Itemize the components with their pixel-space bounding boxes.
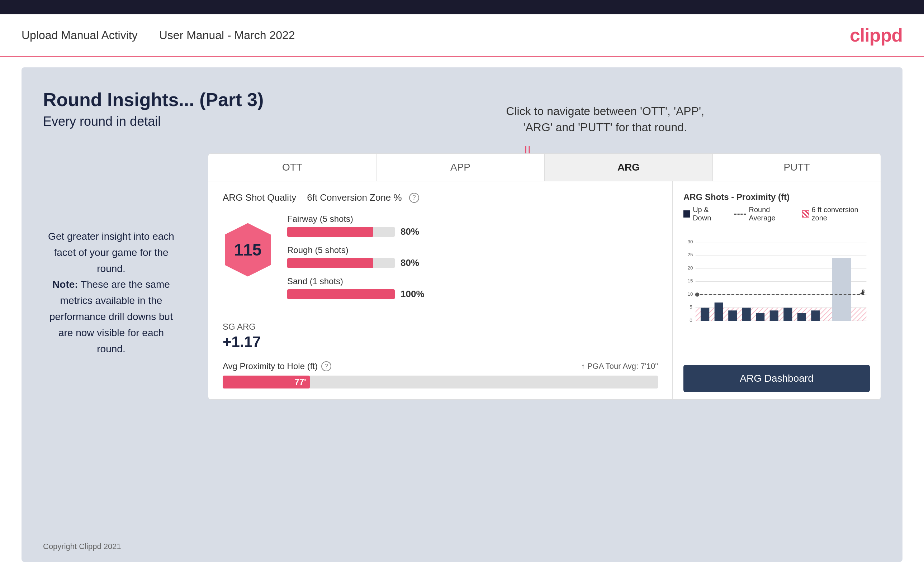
quality-label: ARG Shot Quality: [223, 192, 296, 203]
bar-row-sand: Sand (1 shots) 100%: [287, 276, 658, 300]
sg-value: +1.17: [223, 333, 658, 350]
bar-label-rough: Rough (5 shots): [287, 245, 658, 255]
hexagon-badge: 115: [223, 214, 273, 279]
conversion-label: 6ft Conversion Zone %: [307, 192, 402, 203]
legend-up-down-label: Up & Down: [693, 206, 726, 222]
dashboard-card: OTT APP ARG PUTT ARG Shot Quality 6ft Co…: [208, 153, 881, 400]
bar-label-sand: Sand (1 shots): [287, 276, 658, 286]
legend-hatched-icon: [802, 210, 809, 218]
footer: Copyright Clippd 2021: [43, 542, 121, 551]
svg-text:20: 20: [688, 265, 693, 271]
hexagon-value: 115: [234, 240, 262, 259]
help-icon[interactable]: ?: [409, 193, 419, 203]
svg-text:10: 10: [688, 292, 693, 297]
bar-track-rough: [287, 258, 395, 268]
tab-ott[interactable]: OTT: [208, 154, 376, 181]
proximity-bar-track: 77': [223, 376, 658, 388]
legend-round-avg-label: Round Average: [749, 206, 793, 222]
bar-pct-rough: 80%: [401, 257, 426, 268]
tab-arg[interactable]: ARG: [544, 154, 713, 181]
chart-svg: 0 5 10 15 20 25 30: [683, 226, 870, 326]
bar-row-fairway: Fairway (5 shots) 80%: [287, 214, 658, 237]
right-panel: ARG Shots - Proximity (ft) Up & Down Rou…: [673, 181, 880, 399]
svg-rect-30: [832, 258, 851, 321]
svg-rect-29: [811, 310, 820, 321]
svg-text:15: 15: [688, 278, 693, 284]
chart-header: ARG Shots - Proximity (ft): [683, 192, 870, 202]
proximity-header: Avg Proximity to Hole (ft) ? ↑ PGA Tour …: [223, 361, 658, 371]
copyright-text: Copyright Clippd 2021: [43, 542, 121, 551]
svg-text:30: 30: [688, 239, 693, 244]
tabs-container: OTT APP ARG PUTT: [208, 154, 880, 181]
chart-title: ARG Shots - Proximity (ft): [683, 192, 790, 202]
nav-hint: Click to navigate between 'OTT', 'APP','…: [506, 103, 704, 135]
main-content: Round Insights... (Part 3) Every round i…: [21, 68, 903, 562]
bar-fill-rough: [287, 258, 373, 268]
bars-section: Fairway (5 shots) 80% Rough (5 shots): [287, 214, 658, 308]
bar-container-fairway: 80%: [287, 226, 658, 237]
bar-fill-fairway: [287, 227, 373, 237]
svg-rect-24: [742, 308, 751, 321]
proximity-help-icon[interactable]: ?: [321, 361, 331, 371]
manual-label: User Manual - March 2022: [159, 29, 295, 42]
desc-text: Get greater insight into each facet of y…: [48, 231, 174, 355]
sg-label: SG ARG: [223, 322, 658, 332]
proximity-label: Avg Proximity to Hole (ft) ?: [223, 361, 331, 371]
legend-6ft-zone: 6 ft conversion zone: [802, 206, 870, 222]
left-panel: ARG Shot Quality 6ft Conversion Zone % ?…: [208, 181, 673, 399]
bar-track-sand: [287, 289, 395, 299]
bar-row-rough: Rough (5 shots) 80%: [287, 245, 658, 268]
svg-rect-21: [701, 308, 709, 321]
pga-avg-label: ↑ PGA Tour Avg: 7'10": [581, 362, 658, 371]
sg-section: SG ARG +1.17: [223, 322, 658, 350]
panel-header: ARG Shot Quality 6ft Conversion Zone % ?: [223, 192, 658, 203]
svg-rect-26: [770, 310, 779, 321]
proximity-section: Avg Proximity to Hole (ft) ? ↑ PGA Tour …: [223, 361, 658, 388]
svg-rect-23: [728, 310, 737, 321]
bar-fill-sand: [287, 289, 395, 299]
arg-dashboard-button[interactable]: ARG Dashboard: [683, 365, 870, 392]
proximity-value: 77': [294, 377, 306, 387]
legend-6ft-label: 6 ft conversion zone: [812, 206, 870, 222]
bar-label-fairway: Fairway (5 shots): [287, 214, 658, 224]
legend-square-icon: [683, 210, 690, 218]
svg-text:25: 25: [688, 252, 693, 257]
header: Upload Manual Activity User Manual - Mar…: [0, 15, 924, 56]
chart-legend: Up & Down Round Average 6 ft conversion …: [683, 206, 870, 222]
svg-point-32: [695, 292, 699, 297]
card-body: ARG Shot Quality 6ft Conversion Zone % ?…: [208, 181, 880, 399]
bar-container-rough: 80%: [287, 257, 658, 268]
bar-pct-fairway: 80%: [401, 226, 426, 237]
legend-up-down: Up & Down: [683, 206, 726, 222]
upload-label: Upload Manual Activity: [21, 29, 138, 42]
hexagon-container: 115 Fairway (5 shots) 80%: [223, 214, 658, 308]
chart-area: 0 5 10 15 20 25 30: [683, 226, 870, 358]
bar-track-fairway: [287, 227, 395, 237]
svg-rect-22: [715, 303, 723, 321]
svg-rect-25: [756, 313, 764, 321]
svg-rect-28: [798, 313, 806, 321]
proximity-bar-fill: 77': [223, 376, 310, 388]
bar-container-sand: 100%: [287, 288, 658, 300]
proximity-text: Avg Proximity to Hole (ft): [223, 361, 318, 371]
legend-dashed-icon: [734, 214, 746, 215]
left-description: Get greater insight into each facet of y…: [43, 229, 179, 357]
header-left: Upload Manual Activity User Manual - Mar…: [21, 29, 295, 42]
clippd-logo: clippd: [850, 24, 903, 46]
legend-round-avg: Round Average: [734, 206, 794, 222]
bar-pct-sand: 100%: [401, 288, 426, 300]
svg-rect-27: [783, 308, 792, 321]
svg-text:0: 0: [690, 318, 692, 323]
tab-app[interactable]: APP: [376, 154, 544, 181]
tab-putt[interactable]: PUTT: [713, 154, 880, 181]
note-bold: Note:: [52, 279, 78, 290]
section-title: Round Insights... (Part 3): [43, 89, 881, 110]
top-bar: [0, 0, 924, 15]
section-subtitle: Every round in detail: [43, 114, 881, 129]
svg-text:5: 5: [690, 304, 692, 309]
